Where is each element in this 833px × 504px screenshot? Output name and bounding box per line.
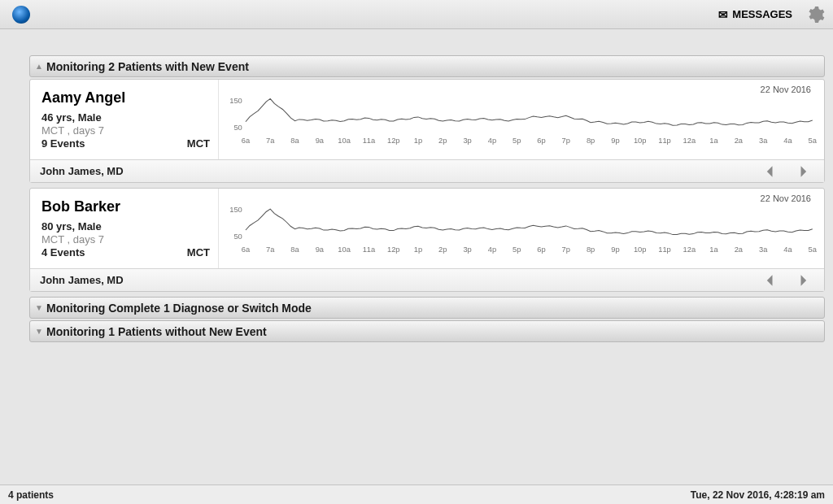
next-day-button[interactable] <box>792 163 814 180</box>
svg-text:9a: 9a <box>316 137 325 145</box>
next-day-button[interactable] <box>792 272 814 289</box>
chevron-left-icon <box>762 272 778 289</box>
trend-chart-area: 22 Nov 2016 501506a7a8a9a10a11a12p1p2p3p… <box>219 80 824 159</box>
svg-text:4a: 4a <box>783 137 792 145</box>
status-bar: 4 patients Tue, 22 Nov 2016, 4:28:19 am <box>0 484 833 504</box>
patient-mode: MCT <box>187 137 210 150</box>
svg-text:8a: 8a <box>290 245 299 254</box>
prev-day-button[interactable] <box>759 272 782 289</box>
status-datetime: Tue, 22 Nov 2016, 4:28:19 am <box>691 489 825 501</box>
svg-text:2p: 2p <box>438 245 447 254</box>
patient-info: Bob Barker 80 yrs, Male MCT , days 7 4 E… <box>30 189 219 268</box>
svg-text:6p: 6p <box>537 245 545 254</box>
svg-text:6a: 6a <box>242 245 251 254</box>
messages-label: MESSAGES <box>732 8 792 20</box>
svg-text:150: 150 <box>229 97 242 105</box>
svg-text:6a: 6a <box>242 137 251 145</box>
patient-events: 9 Events <box>41 137 207 150</box>
gear-icon <box>805 5 825 24</box>
svg-text:3a: 3a <box>759 245 768 254</box>
physician-name: John James, MD <box>40 165 124 177</box>
svg-text:3p: 3p <box>463 245 471 254</box>
svg-text:50: 50 <box>233 232 242 241</box>
svg-text:12a: 12a <box>683 137 696 145</box>
patient-mode-days: MCT , days 7 <box>41 124 207 137</box>
settings-button[interactable] <box>805 5 825 24</box>
section-no-event[interactable]: ▼ Monitoring 1 Patients without New Even… <box>29 320 825 342</box>
svg-text:10p: 10p <box>634 137 647 145</box>
svg-text:8p: 8p <box>587 245 595 254</box>
chevron-down-icon: ▼ <box>35 327 43 336</box>
physician-name: John James, MD <box>40 274 124 286</box>
svg-text:4p: 4p <box>488 137 496 145</box>
svg-text:12a: 12a <box>683 245 696 254</box>
svg-text:12p: 12p <box>387 245 400 254</box>
chevron-right-icon <box>795 272 811 289</box>
section-complete-label: Monitoring Complete 1 Diagnose or Switch… <box>46 302 312 315</box>
chart-date: 22 Nov 2016 <box>761 85 811 94</box>
svg-text:150: 150 <box>229 206 242 214</box>
svg-text:3a: 3a <box>759 137 768 145</box>
chevron-left-icon <box>762 163 778 180</box>
svg-text:5p: 5p <box>512 137 521 145</box>
svg-text:1p: 1p <box>414 245 422 254</box>
svg-text:1a: 1a <box>709 137 718 145</box>
section-new-event-label: Monitoring 2 Patients with New Event <box>46 60 249 73</box>
svg-text:9a: 9a <box>316 245 325 254</box>
patient-events: 4 Events <box>41 246 207 259</box>
hr-trend-chart: 501506a7a8a9a10a11a12p1p2p3p4p5p6p7p8p9p… <box>225 192 818 254</box>
svg-text:8a: 8a <box>290 137 299 145</box>
section-complete[interactable]: ▼ Monitoring Complete 1 Diagnose or Swit… <box>29 297 825 319</box>
svg-text:12p: 12p <box>387 137 400 145</box>
svg-text:5p: 5p <box>512 245 521 254</box>
patient-card[interactable]: Bob Barker 80 yrs, Male MCT , days 7 4 E… <box>29 188 825 292</box>
section-new-event[interactable]: ▲ Monitoring 2 Patients with New Event <box>29 55 825 77</box>
svg-text:10a: 10a <box>338 137 351 145</box>
patient-demo: 46 yrs, Male <box>41 111 207 124</box>
top-bar: ✉ MESSAGES <box>0 0 833 29</box>
svg-text:7p: 7p <box>562 137 570 145</box>
messages-link[interactable]: ✉ MESSAGES <box>718 8 792 20</box>
svg-text:2a: 2a <box>735 245 744 254</box>
svg-text:2p: 2p <box>438 137 447 145</box>
svg-text:10a: 10a <box>338 245 351 254</box>
patient-mode-days: MCT , days 7 <box>41 233 207 245</box>
patient-info: Aamy Angel 46 yrs, Male MCT , days 7 9 E… <box>30 80 219 159</box>
content-area: ▲ Monitoring 2 Patients with New Event A… <box>0 29 833 342</box>
svg-text:6p: 6p <box>537 137 545 145</box>
chevron-right-icon <box>795 163 811 180</box>
svg-text:2a: 2a <box>735 137 744 145</box>
chart-date: 22 Nov 2016 <box>761 193 811 203</box>
patient-card[interactable]: Aamy Angel 46 yrs, Male MCT , days 7 9 E… <box>29 79 825 183</box>
chevron-up-icon: ▲ <box>35 62 43 71</box>
section-no-event-label: Monitoring 1 Patients without New Event <box>46 325 267 338</box>
svg-text:7a: 7a <box>266 245 275 254</box>
trend-chart-area: 22 Nov 2016 501506a7a8a9a10a11a12p1p2p3p… <box>219 189 824 268</box>
svg-text:9p: 9p <box>611 137 619 145</box>
svg-text:11a: 11a <box>363 137 377 145</box>
svg-text:4p: 4p <box>488 245 496 254</box>
svg-text:9p: 9p <box>611 245 619 254</box>
svg-rect-27 <box>225 192 818 254</box>
svg-text:11p: 11p <box>658 137 671 145</box>
hr-trend-chart: 501506a7a8a9a10a11a12p1p2p3p4p5p6p7p8p9p… <box>225 83 818 145</box>
patient-mode: MCT <box>187 246 210 259</box>
svg-text:50: 50 <box>233 124 242 132</box>
envelope-icon: ✉ <box>718 9 728 20</box>
svg-text:11p: 11p <box>658 245 671 254</box>
svg-text:5a: 5a <box>809 245 818 254</box>
patient-demo: 80 yrs, Male <box>41 220 207 232</box>
chevron-down-icon: ▼ <box>35 303 43 312</box>
svg-text:10p: 10p <box>634 245 647 254</box>
svg-text:1a: 1a <box>709 245 718 254</box>
svg-rect-0 <box>225 83 818 145</box>
svg-text:3p: 3p <box>463 137 471 145</box>
svg-text:5a: 5a <box>809 137 818 145</box>
patient-name: Bob Barker <box>41 198 207 215</box>
globe-icon[interactable] <box>12 6 30 24</box>
prev-day-button[interactable] <box>759 163 782 180</box>
status-patient-count: 4 patients <box>8 489 54 501</box>
svg-text:8p: 8p <box>587 137 595 145</box>
patient-name: Aamy Angel <box>41 89 207 106</box>
svg-text:1p: 1p <box>414 137 422 145</box>
